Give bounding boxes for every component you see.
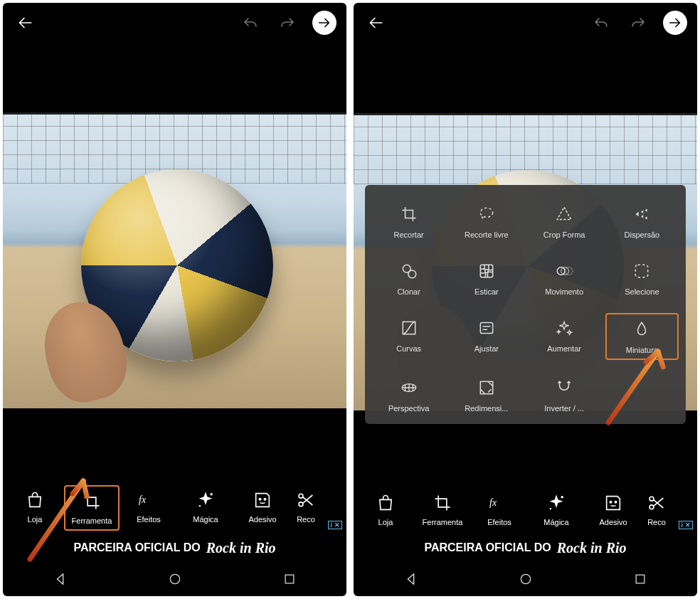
nav-recent-icon[interactable] [633,572,647,586]
svg-point-26 [649,497,654,501]
panel-recorte-livre[interactable]: Recorte livre [450,199,523,243]
ad-tag[interactable]: i ✕ [328,521,342,529]
sparkle-icon [546,492,567,514]
back-button[interactable] [13,11,37,35]
tool-magica[interactable]: Mágica [529,488,584,531]
tool-label: Ferramenta [423,518,463,526]
tool-adesivo[interactable]: Adesivo [235,485,290,531]
tool-ferramenta[interactable]: Ferramenta [64,485,120,531]
photo-preview [3,112,346,408]
tool-recortar[interactable]: Reco [292,485,320,531]
tool-label: Adesivo [599,518,627,526]
resize-icon [476,377,497,398]
tool-efeitos[interactable]: fx Efeitos [121,485,176,531]
next-button[interactable] [312,11,336,35]
ad-banner[interactable]: i ✕ PARCEIRA OFICIAL DO Rock in Rio [3,534,346,562]
ad-brand-logo: Rock in Rio [206,540,276,556]
undo-button[interactable] [238,11,262,35]
nav-recent-icon[interactable] [282,572,297,586]
bottom-toolbar: Loja Ferramenta fx Efeitos Mágica Adesiv… [3,478,346,534]
nav-home-icon[interactable] [519,572,533,586]
svg-rect-12 [480,265,492,277]
phone-screen-right: Recortar Recorte livre Crop Forma Disper… [354,3,697,596]
panel-recortar[interactable]: Recortar [372,199,445,243]
select-icon [631,260,652,282]
undo-button[interactable] [589,11,613,35]
tools-popup-panel: Recortar Recorte livre Crop Forma Disper… [365,185,686,424]
adjust-icon [476,317,497,339]
panel-label: Clonar [397,287,420,296]
svg-point-2 [199,505,201,507]
lasso-icon [476,203,497,225]
svg-rect-29 [636,575,645,583]
shape-crop-icon [553,203,575,225]
android-navbar [354,562,697,596]
ad-brand-logo: Rock in Rio [557,540,627,556]
nav-back-icon[interactable] [53,571,68,587]
panel-label: Movimento [545,287,583,296]
bag-icon [24,489,46,511]
panel-curvas[interactable]: Curvas [372,313,445,360]
svg-point-28 [521,574,531,583]
panel-label: Selecione [625,287,659,296]
svg-point-4 [264,499,265,500]
tool-label: Reco [647,518,666,526]
tool-efeitos[interactable]: fx Efeitos [472,488,527,531]
panel-label: Curvas [396,344,421,353]
panel-selecione[interactable]: Selecione [605,256,679,300]
panel-label: Crop Forma [543,230,585,239]
ad-text: PARCEIRA OFICIAL DO [424,541,551,554]
ad-close-icon: ✕ [685,521,691,529]
sticker-icon [252,489,273,511]
tool-loja[interactable]: Loja [7,485,63,531]
panel-dispersao[interactable]: Dispersão [605,199,679,243]
tool-magica[interactable]: Mágica [178,485,233,531]
svg-point-25 [615,502,616,503]
editor-canvas[interactable]: Recortar Recorte livre Crop Forma Disper… [354,43,697,481]
tool-recortar[interactable]: Reco [642,488,671,531]
svg-point-23 [550,508,551,509]
svg-rect-16 [636,265,648,277]
crop-icon [432,492,453,514]
curves-icon [398,317,420,339]
panel-aumentar[interactable]: Aumentar [528,313,601,360]
panel-clonar[interactable]: Clonar [372,256,445,300]
panel-ajustar[interactable]: Ajustar [450,313,523,360]
redo-button[interactable] [275,11,299,35]
panel-perspectiva[interactable]: Perspectiva [372,373,445,417]
panel-miniatura[interactable]: Miniatura [605,313,679,360]
top-toolbar [3,3,346,43]
tool-ferramenta[interactable]: Ferramenta [415,488,470,531]
tool-label: Loja [28,515,43,524]
next-button[interactable] [663,11,687,35]
tool-label: Efeitos [137,515,161,524]
android-navbar [3,562,346,596]
disperse-icon [631,203,652,225]
tool-loja[interactable]: Loja [358,488,413,531]
nav-back-icon[interactable] [403,571,419,587]
tool-adesivo[interactable]: Adesivo [585,488,641,531]
back-button[interactable] [364,11,388,35]
svg-rect-20 [480,381,492,393]
panel-inverter[interactable]: Inverter / ... [528,373,601,417]
ad-close-icon: ✕ [334,521,340,529]
svg-point-7 [171,574,180,583]
panel-esticar[interactable]: Esticar [450,256,523,300]
svg-rect-18 [480,322,492,333]
redo-button[interactable] [626,11,650,35]
flip-icon [553,377,575,398]
svg-point-9 [480,208,492,217]
top-toolbar [354,3,697,43]
nav-home-icon[interactable] [168,572,182,586]
ad-banner[interactable]: i ✕ PARCEIRA OFICIAL DO Rock in Rio [354,534,697,562]
panel-movimento[interactable]: Movimento [528,256,601,300]
stretch-icon [476,260,497,282]
sticker-icon [603,492,624,514]
svg-point-5 [299,494,303,498]
perspective-icon [398,377,420,398]
panel-crop-forma[interactable]: Crop Forma [528,199,601,243]
ad-tag[interactable]: i ✕ [679,521,693,529]
editor-canvas[interactable] [3,43,346,478]
fx-icon: fx [489,492,510,514]
panel-redimensionar[interactable]: Redimensi... [450,373,523,417]
